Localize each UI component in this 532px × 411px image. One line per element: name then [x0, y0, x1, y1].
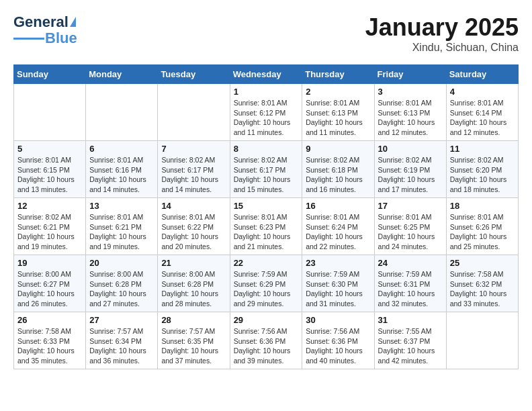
- week-row-4: 19Sunrise: 8:00 AMSunset: 6:27 PMDayligh…: [14, 255, 519, 312]
- day-number: 16: [306, 201, 370, 211]
- day-info: Sunrise: 8:02 AMSunset: 6:17 PMDaylight:…: [161, 155, 226, 195]
- day-info: Sunrise: 8:01 AMSunset: 6:21 PMDaylight:…: [89, 212, 154, 252]
- day-info: Sunrise: 8:01 AMSunset: 6:16 PMDaylight:…: [89, 155, 154, 195]
- day-number: 4: [450, 87, 515, 97]
- day-info: Sunrise: 7:59 AMSunset: 6:29 PMDaylight:…: [234, 269, 299, 309]
- day-number: 30: [306, 315, 370, 325]
- day-info: Sunrise: 8:01 AMSunset: 6:14 PMDaylight:…: [450, 98, 515, 138]
- day-info: Sunrise: 7:59 AMSunset: 6:30 PMDaylight:…: [306, 269, 370, 309]
- header-row: SundayMondayTuesdayWednesdayThursdayFrid…: [14, 65, 519, 84]
- calendar-cell: 25Sunrise: 7:58 AMSunset: 6:32 PMDayligh…: [446, 255, 518, 312]
- calendar-cell: 8Sunrise: 8:02 AMSunset: 6:17 PMDaylight…: [230, 141, 302, 198]
- calendar-cell: 28Sunrise: 7:57 AMSunset: 6:35 PMDayligh…: [158, 312, 230, 369]
- calendar-cell: [446, 312, 518, 369]
- day-number: 9: [306, 144, 370, 154]
- calendar-table: SundayMondayTuesdayWednesdayThursdayFrid…: [13, 64, 519, 369]
- calendar-title: January 2025: [365, 13, 519, 42]
- header-day-monday: Monday: [86, 65, 158, 84]
- day-info: Sunrise: 8:01 AMSunset: 6:13 PMDaylight:…: [378, 98, 443, 138]
- day-info: Sunrise: 8:02 AMSunset: 6:17 PMDaylight:…: [234, 155, 299, 195]
- day-number: 1: [234, 87, 299, 97]
- day-number: 29: [234, 315, 299, 325]
- day-number: 21: [161, 258, 226, 268]
- header-day-wednesday: Wednesday: [230, 65, 302, 84]
- day-number: 31: [378, 315, 443, 325]
- calendar-cell: [158, 84, 230, 141]
- calendar-cell: 17Sunrise: 8:01 AMSunset: 6:25 PMDayligh…: [374, 198, 446, 255]
- calendar-cell: 24Sunrise: 7:59 AMSunset: 6:31 PMDayligh…: [374, 255, 446, 312]
- day-info: Sunrise: 8:01 AMSunset: 6:15 PMDaylight:…: [17, 155, 82, 195]
- calendar-subtitle: Xindu, Sichuan, China: [365, 42, 519, 54]
- calendar-header: SundayMondayTuesdayWednesdayThursdayFrid…: [14, 65, 519, 84]
- title-block: January 2025 Xindu, Sichuan, China: [365, 13, 519, 54]
- day-number: 10: [378, 144, 443, 154]
- day-number: 2: [306, 87, 370, 97]
- day-info: Sunrise: 8:00 AMSunset: 6:27 PMDaylight:…: [17, 269, 82, 309]
- calendar-cell: 20Sunrise: 8:00 AMSunset: 6:28 PMDayligh…: [86, 255, 158, 312]
- week-row-3: 12Sunrise: 8:02 AMSunset: 6:21 PMDayligh…: [14, 198, 519, 255]
- calendar-cell: 23Sunrise: 7:59 AMSunset: 6:30 PMDayligh…: [302, 255, 374, 312]
- calendar-cell: 21Sunrise: 8:00 AMSunset: 6:28 PMDayligh…: [158, 255, 230, 312]
- day-info: Sunrise: 8:01 AMSunset: 6:24 PMDaylight:…: [306, 212, 370, 252]
- calendar-cell: 30Sunrise: 7:56 AMSunset: 6:36 PMDayligh…: [302, 312, 374, 369]
- day-number: 25: [450, 258, 515, 268]
- day-number: 27: [89, 315, 154, 325]
- day-info: Sunrise: 8:01 AMSunset: 6:26 PMDaylight:…: [450, 212, 515, 252]
- calendar-cell: 11Sunrise: 8:02 AMSunset: 6:20 PMDayligh…: [446, 141, 518, 198]
- day-number: 13: [89, 201, 154, 211]
- calendar-cell: 16Sunrise: 8:01 AMSunset: 6:24 PMDayligh…: [302, 198, 374, 255]
- day-info: Sunrise: 8:01 AMSunset: 6:22 PMDaylight:…: [161, 212, 226, 252]
- day-info: Sunrise: 8:01 AMSunset: 6:12 PMDaylight:…: [234, 98, 299, 138]
- calendar-cell: 15Sunrise: 8:01 AMSunset: 6:23 PMDayligh…: [230, 198, 302, 255]
- day-number: 15: [234, 201, 299, 211]
- page-header: General Blue January 2025 Xindu, Sichuan…: [13, 13, 519, 54]
- calendar-cell: 27Sunrise: 7:57 AMSunset: 6:34 PMDayligh…: [86, 312, 158, 369]
- day-number: 19: [17, 258, 82, 268]
- day-number: 24: [378, 258, 443, 268]
- day-number: 8: [234, 144, 299, 154]
- calendar-cell: 18Sunrise: 8:01 AMSunset: 6:26 PMDayligh…: [446, 198, 518, 255]
- header-day-tuesday: Tuesday: [158, 65, 230, 84]
- calendar-cell: 2Sunrise: 8:01 AMSunset: 6:13 PMDaylight…: [302, 84, 374, 141]
- calendar-cell: 10Sunrise: 8:02 AMSunset: 6:19 PMDayligh…: [374, 141, 446, 198]
- week-row-5: 26Sunrise: 7:58 AMSunset: 6:33 PMDayligh…: [14, 312, 519, 369]
- calendar-cell: 7Sunrise: 8:02 AMSunset: 6:17 PMDaylight…: [158, 141, 230, 198]
- day-info: Sunrise: 8:02 AMSunset: 6:19 PMDaylight:…: [378, 155, 443, 195]
- day-number: 7: [161, 144, 226, 154]
- day-number: 11: [450, 144, 515, 154]
- day-number: 6: [89, 144, 154, 154]
- day-info: Sunrise: 8:01 AMSunset: 6:13 PMDaylight:…: [306, 98, 370, 138]
- day-info: Sunrise: 8:01 AMSunset: 6:23 PMDaylight:…: [234, 212, 299, 252]
- calendar-cell: 12Sunrise: 8:02 AMSunset: 6:21 PMDayligh…: [14, 198, 86, 255]
- day-number: 12: [17, 201, 82, 211]
- day-info: Sunrise: 7:55 AMSunset: 6:37 PMDaylight:…: [378, 326, 443, 366]
- week-row-1: 1Sunrise: 8:01 AMSunset: 6:12 PMDaylight…: [14, 84, 519, 141]
- calendar-cell: 29Sunrise: 7:56 AMSunset: 6:36 PMDayligh…: [230, 312, 302, 369]
- logo: General Blue: [13, 13, 77, 47]
- calendar-cell: 22Sunrise: 7:59 AMSunset: 6:29 PMDayligh…: [230, 255, 302, 312]
- calendar-cell: 9Sunrise: 8:02 AMSunset: 6:18 PMDaylight…: [302, 141, 374, 198]
- header-day-friday: Friday: [374, 65, 446, 84]
- day-number: 17: [378, 201, 443, 211]
- header-day-sunday: Sunday: [14, 65, 86, 84]
- calendar-cell: 5Sunrise: 8:01 AMSunset: 6:15 PMDaylight…: [14, 141, 86, 198]
- day-number: 22: [234, 258, 299, 268]
- day-number: 23: [306, 258, 370, 268]
- day-number: 28: [161, 315, 226, 325]
- day-info: Sunrise: 7:57 AMSunset: 6:35 PMDaylight:…: [161, 326, 226, 366]
- day-info: Sunrise: 7:57 AMSunset: 6:34 PMDaylight:…: [89, 326, 154, 366]
- day-number: 18: [450, 201, 515, 211]
- day-info: Sunrise: 7:58 AMSunset: 6:33 PMDaylight:…: [17, 326, 82, 366]
- day-number: 3: [378, 87, 443, 97]
- day-info: Sunrise: 8:02 AMSunset: 6:21 PMDaylight:…: [17, 212, 82, 252]
- calendar-cell: 6Sunrise: 8:01 AMSunset: 6:16 PMDaylight…: [86, 141, 158, 198]
- week-row-2: 5Sunrise: 8:01 AMSunset: 6:15 PMDaylight…: [14, 141, 519, 198]
- calendar-cell: 3Sunrise: 8:01 AMSunset: 6:13 PMDaylight…: [374, 84, 446, 141]
- day-info: Sunrise: 7:58 AMSunset: 6:32 PMDaylight:…: [450, 269, 515, 309]
- calendar-cell: 19Sunrise: 8:00 AMSunset: 6:27 PMDayligh…: [14, 255, 86, 312]
- day-info: Sunrise: 8:02 AMSunset: 6:18 PMDaylight:…: [306, 155, 370, 195]
- day-number: 20: [89, 258, 154, 268]
- header-day-saturday: Saturday: [446, 65, 518, 84]
- calendar-cell: 1Sunrise: 8:01 AMSunset: 6:12 PMDaylight…: [230, 84, 302, 141]
- day-info: Sunrise: 7:56 AMSunset: 6:36 PMDaylight:…: [234, 326, 299, 366]
